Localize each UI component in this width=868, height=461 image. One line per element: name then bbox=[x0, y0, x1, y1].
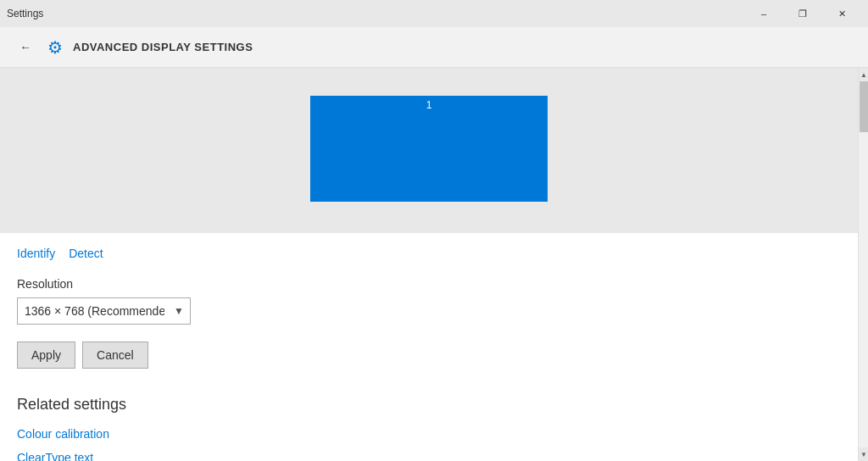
back-button[interactable]: ← bbox=[14, 36, 37, 59]
button-row: Apply Cancel bbox=[17, 342, 841, 369]
content-area: 1 Identify Detect Resolution 1366 × 768 … bbox=[0, 68, 858, 461]
minimize-button[interactable]: – bbox=[744, 0, 783, 27]
scrollbar-thumb bbox=[860, 81, 868, 132]
window-title: Settings bbox=[7, 8, 43, 19]
settings-section: Identify Detect Resolution 1366 × 768 (R… bbox=[0, 233, 858, 461]
monitor-number: 1 bbox=[426, 99, 432, 111]
back-icon: ← bbox=[19, 41, 31, 53]
maximize-button[interactable]: ❐ bbox=[783, 0, 822, 27]
scroll-up-button[interactable]: ▲ bbox=[859, 68, 868, 81]
link-row: Identify Detect bbox=[17, 247, 841, 260]
main-content: 1 Identify Detect Resolution 1366 × 768 … bbox=[0, 68, 868, 461]
monitor-screen: 1 bbox=[310, 96, 548, 202]
title-bar-left: Settings bbox=[7, 8, 43, 19]
scrollbar: ▲ ▼ bbox=[858, 68, 868, 461]
apply-button[interactable]: Apply bbox=[17, 342, 75, 369]
resolution-select[interactable]: 1366 × 768 (Recommended) 1280 × 720 1024… bbox=[17, 297, 191, 325]
gear-icon: ⚙ bbox=[47, 37, 63, 58]
scrollbar-track[interactable] bbox=[859, 81, 868, 447]
title-bar-controls: – ❐ ✕ bbox=[744, 0, 861, 27]
related-settings-section: Related settings Colour calibration Clea… bbox=[17, 396, 841, 461]
scroll-down-button[interactable]: ▼ bbox=[859, 447, 868, 461]
resolution-select-wrapper[interactable]: 1366 × 768 (Recommended) 1280 × 720 1024… bbox=[17, 297, 191, 325]
header-bar: ← ⚙ ADVANCED DISPLAY SETTINGS bbox=[0, 27, 868, 68]
related-settings-heading: Related settings bbox=[17, 396, 841, 414]
display-preview-section: 1 bbox=[0, 68, 858, 233]
page-title: ADVANCED DISPLAY SETTINGS bbox=[73, 41, 253, 53]
display-monitor: 1 bbox=[310, 96, 548, 202]
cleartype-text-link[interactable]: ClearType text bbox=[17, 451, 93, 461]
close-button[interactable]: ✕ bbox=[822, 0, 861, 27]
detect-link[interactable]: Detect bbox=[69, 247, 103, 260]
cancel-button[interactable]: Cancel bbox=[82, 342, 148, 369]
identify-link[interactable]: Identify bbox=[17, 247, 55, 260]
colour-calibration-link[interactable]: Colour calibration bbox=[17, 427, 109, 441]
resolution-label: Resolution bbox=[17, 277, 841, 291]
title-bar: Settings – ❐ ✕ bbox=[0, 0, 868, 27]
resolution-section: Resolution 1366 × 768 (Recommended) 1280… bbox=[17, 277, 841, 325]
